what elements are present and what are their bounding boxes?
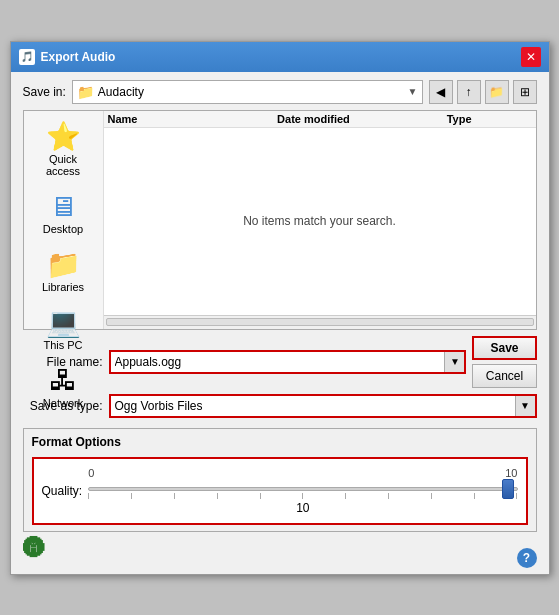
tick-1 xyxy=(131,493,132,499)
slider-max-label: 10 xyxy=(505,467,517,479)
cancel-button[interactable]: Cancel xyxy=(472,364,536,388)
format-options-title: Format Options xyxy=(32,435,528,449)
quality-label: Quality: xyxy=(42,484,83,498)
sidebar-item-this-pc[interactable]: 💻 This PC xyxy=(28,305,98,355)
back-button[interactable]: ◀ xyxy=(429,80,453,104)
slider-ends: 0 10 xyxy=(88,467,517,479)
file-list-empty-message: No items match your search. xyxy=(104,128,536,315)
desktop-icon: 🖥 xyxy=(49,193,77,221)
this-pc-icon: 💻 xyxy=(46,309,81,337)
file-list-header: Name Date modified Type xyxy=(104,111,536,128)
view-icon: ⊞ xyxy=(520,85,530,99)
combo-arrow-icon: ▼ xyxy=(408,86,418,97)
format-options-section: Format Options Quality: 0 10 xyxy=(23,428,537,532)
save-in-label: Save in: xyxy=(23,85,66,99)
bottom-bar: 🅐 ? xyxy=(11,540,549,574)
file-name-input[interactable] xyxy=(111,355,445,369)
file-list-area: Name Date modified Type No items match y… xyxy=(104,111,536,329)
toolbar-icons: ◀ ↑ 📁 ⊞ xyxy=(429,80,537,104)
save-as-type-dropdown-arrow[interactable]: ▼ xyxy=(515,396,535,416)
view-button[interactable]: ⊞ xyxy=(513,80,537,104)
tick-5 xyxy=(302,493,303,499)
save-as-type-label: Save as type: xyxy=(23,399,103,413)
new-folder-icon: 📁 xyxy=(489,85,504,99)
save-as-type-row: Save as type: ▼ xyxy=(23,394,537,418)
save-in-row: Save in: 📁 Audacity ▼ ◀ ↑ 📁 ⊞ xyxy=(23,80,537,104)
sidebar-label-desktop: Desktop xyxy=(43,223,83,235)
quality-slider[interactable] xyxy=(88,479,517,499)
save-in-combo[interactable]: 📁 Audacity ▼ xyxy=(72,80,423,104)
current-folder-text: Audacity xyxy=(98,85,404,99)
tick-2 xyxy=(174,493,175,499)
slider-ticks xyxy=(88,479,517,499)
close-button[interactable]: ✕ xyxy=(521,47,541,67)
folder-icon: 📁 xyxy=(77,84,94,100)
quality-slider-container: 0 10 xyxy=(88,467,517,515)
network-icon: 🖧 xyxy=(49,367,77,395)
file-browser: ⭐ Quick access 🖥 Desktop 📁 Libraries 💻 T… xyxy=(23,110,537,330)
tick-4 xyxy=(260,493,261,499)
tick-7 xyxy=(388,493,389,499)
col-type-header: Type xyxy=(447,113,532,125)
save-button[interactable]: Save xyxy=(472,336,536,360)
export-audio-dialog: 🎵 Export Audio ✕ Save in: 📁 Audacity ▼ ◀… xyxy=(10,41,550,575)
file-name-label: File name: xyxy=(23,355,103,369)
tick-3 xyxy=(217,493,218,499)
quality-value-display: 10 xyxy=(88,501,517,515)
dialog-body: Save in: 📁 Audacity ▼ ◀ ↑ 📁 ⊞ xyxy=(11,72,549,540)
help-button[interactable]: ? xyxy=(517,548,537,568)
tick-0 xyxy=(88,493,89,499)
tick-6 xyxy=(345,493,346,499)
slider-thumb[interactable] xyxy=(502,479,514,499)
sidebar-label-this-pc: This PC xyxy=(43,339,82,351)
action-buttons: Save Cancel xyxy=(472,336,536,388)
sidebar: ⭐ Quick access 🖥 Desktop 📁 Libraries 💻 T… xyxy=(24,111,104,329)
save-as-type-input-wrap[interactable]: ▼ xyxy=(109,394,537,418)
sidebar-label-quick-access: Quick access xyxy=(32,153,94,177)
sidebar-item-desktop[interactable]: 🖥 Desktop xyxy=(28,189,98,239)
sidebar-item-libraries[interactable]: 📁 Libraries xyxy=(28,247,98,297)
scroll-track[interactable] xyxy=(106,318,534,326)
up-icon: ↑ xyxy=(466,85,472,99)
new-folder-button[interactable]: 📁 xyxy=(485,80,509,104)
tick-8 xyxy=(431,493,432,499)
quality-row: Quality: 0 10 xyxy=(32,457,528,525)
quick-access-icon: ⭐ xyxy=(46,123,81,151)
up-button[interactable]: ↑ xyxy=(457,80,481,104)
save-as-type-input[interactable] xyxy=(111,399,515,413)
sidebar-label-libraries: Libraries xyxy=(42,281,84,293)
dialog-icon: 🎵 xyxy=(19,49,35,65)
col-date-header: Date modified xyxy=(277,113,447,125)
sidebar-item-quick-access[interactable]: ⭐ Quick access xyxy=(28,119,98,181)
horizontal-scrollbar[interactable] xyxy=(104,315,536,329)
file-name-input-wrap[interactable]: ▼ xyxy=(109,350,467,374)
col-name-header: Name xyxy=(108,113,278,125)
title-bar-left: 🎵 Export Audio xyxy=(19,49,116,65)
title-bar: 🎵 Export Audio ✕ xyxy=(11,42,549,72)
back-icon: ◀ xyxy=(436,85,445,99)
file-name-row: File name: ▼ Save Cancel xyxy=(23,336,537,388)
tick-10 xyxy=(516,493,517,499)
dialog-title: Export Audio xyxy=(41,50,116,64)
libraries-icon: 📁 xyxy=(46,251,81,279)
slider-min-label: 0 xyxy=(88,467,94,479)
tick-9 xyxy=(474,493,475,499)
appuals-logo: 🅐 xyxy=(23,536,45,562)
file-name-dropdown-arrow[interactable]: ▼ xyxy=(444,352,464,372)
